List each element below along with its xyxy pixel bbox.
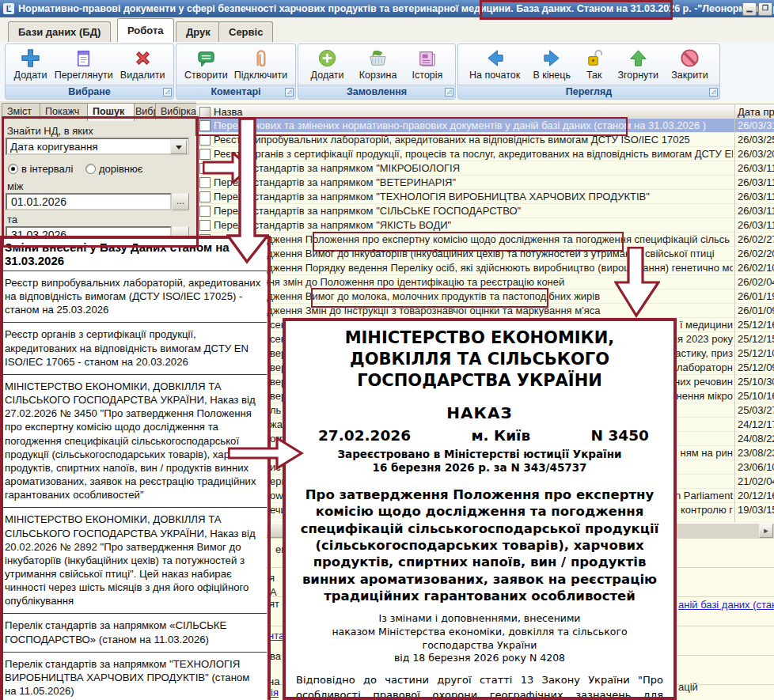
date-from-input[interactable]: 01.01.2026 — [6, 193, 172, 210]
row-title-fragment: них речовин — [674, 376, 733, 388]
radio-equals[interactable]: дорівнює — [85, 163, 142, 175]
basket-button[interactable]: Корзина — [356, 47, 400, 81]
search-criteria-value: Дата коригування — [10, 141, 98, 153]
view-favorite-button[interactable]: Переглянути — [51, 47, 116, 81]
row-title-fragment: ня 2023 року — [672, 333, 733, 345]
table-header[interactable]: Назва Дата при — [196, 104, 774, 120]
header-checkbox[interactable] — [199, 107, 211, 118]
preview-link-fragment[interactable]: ія — [271, 687, 279, 698]
table-row[interactable]: Перелік нових та змінених нормативно-пра… — [196, 119, 774, 133]
row-title: Перелік стандартів за напрямком "ЯКІСТЬ … — [214, 219, 733, 231]
list-item[interactable]: Реєстр органів з сертифікації продукції,… — [0, 323, 267, 374]
table-row[interactable]: Про внесення змін до Положення про ідент… — [196, 275, 774, 289]
radio-dot-icon — [8, 164, 18, 174]
create-comment-button[interactable]: Створити — [181, 47, 231, 81]
row-date: 26/03/11 — [738, 191, 774, 202]
row-title: Перелік стандартів за напрямком "ВЕТЕРИН… — [214, 176, 733, 188]
table-row[interactable]: Про затвердження Вимог до молока, молочн… — [196, 289, 774, 304]
minimize-button[interactable]: ▁ — [742, 2, 757, 16]
date-from-browse-button[interactable]: ... — [172, 193, 189, 210]
row-checkbox[interactable] — [199, 191, 211, 202]
scroll-right-icon[interactable]: ► — [759, 524, 773, 538]
menu-tab-databases[interactable]: Бази даних (БД) — [8, 21, 111, 42]
document-viewer[interactable]: МІНІСТЕРСТВО ЕКОНОМІКИ, ДОВКІЛЛЯ ТА СІЛЬ… — [283, 318, 677, 700]
table-row[interactable]: Перелік стандартів за напрямком "МІКРОБІ… — [196, 161, 774, 176]
row-checkbox[interactable] — [199, 220, 211, 231]
chevron-down-icon[interactable] — [170, 140, 187, 154]
document-registration: Зареєстровано в Міністерстві юстиції Укр… — [296, 448, 663, 475]
table-row[interactable]: Перелік стандартів за напрямком "СІЛЬСЬК… — [196, 204, 774, 218]
history-button[interactable]: Історія — [409, 47, 446, 81]
table-row[interactable]: Реєстр випробувальних лабораторій, акред… — [196, 133, 774, 147]
plus-icon — [20, 47, 41, 69]
sidebar-tab-search[interactable]: Пошук — [87, 103, 135, 121]
list-item[interactable]: Реєстр випробувальних лабораторій, акред… — [0, 271, 267, 323]
menu-tab-service[interactable]: Сервіс — [218, 21, 273, 42]
row-checkbox[interactable] — [199, 206, 211, 217]
table-row[interactable]: Перелік стандартів за напрямком "ЯКІСТЬ … — [196, 218, 774, 233]
table-row[interactable]: Перелік стандартів за напрямком "ВЕТЕРИН… — [196, 176, 774, 190]
preview-text-fragment: я — [269, 572, 275, 584]
delete-favorite-button[interactable]: Видалити — [117, 47, 169, 81]
row-date: 26/01/19 — [738, 290, 774, 302]
yes-button[interactable]: Так — [580, 47, 608, 81]
ribbon-group-title: Вибране — [6, 85, 173, 99]
row-checkbox[interactable] — [199, 134, 211, 146]
between-label: між — [7, 180, 24, 192]
row-date: 23/06/10 — [738, 461, 774, 473]
table-row[interactable]: Про затвердження Порядку ведення Перелік… — [196, 261, 774, 275]
red-x-icon — [132, 47, 154, 69]
sidebar-tab-contents[interactable]: Зміст — [2, 103, 44, 119]
table-row[interactable]: Реєстр органів з сертифікації продукції,… — [196, 147, 774, 161]
column-header-name[interactable]: Назва — [214, 106, 242, 118]
add-favorite-button[interactable]: Додати — [11, 47, 51, 81]
row-date: 19/03/15 — [738, 504, 774, 516]
ribbon-group-title: Замовлення — [298, 85, 455, 99]
row-title-fragment: ням на рин — [681, 447, 733, 459]
row-date: 26/03/11 — [738, 162, 774, 174]
table-row[interactable]: Про затвердження Вимог до інкубаторіїв (… — [196, 247, 774, 261]
list-item[interactable]: Перелік стандартів за напрямком "ТЕХНОЛО… — [0, 653, 267, 700]
add-order-button[interactable]: Додати — [308, 47, 347, 81]
list-item[interactable]: МІНІСТЕРСТВО ЕКОНОМІКИ, ДОВКІЛЛЯ ТА СІЛЬ… — [0, 508, 267, 614]
group-launcher-icon[interactable]: ◿ — [285, 88, 294, 96]
group-launcher-icon[interactable]: ◿ — [709, 88, 718, 96]
collapse-button[interactable]: Згорнути — [614, 47, 662, 81]
row-date: 26/02/20 — [738, 248, 774, 259]
row-date: 24/12/17 — [738, 418, 774, 430]
list-item[interactable]: Перелік стандартів за напрямком «СІЛЬСЬК… — [0, 614, 267, 652]
go-end-button[interactable]: В кінець — [529, 47, 574, 81]
changes-list: Реєстр випробувальних лабораторій, акред… — [0, 271, 267, 700]
row-date: 26/01/09 — [738, 305, 774, 316]
row-checkbox[interactable] — [199, 120, 211, 131]
group-launcher-icon[interactable]: ◿ — [445, 88, 453, 96]
list-item[interactable]: МІНІСТЕРСТВО ЕКОНОМІКИ, ДОВКІЛЛЯ ТА СІЛЬ… — [0, 375, 267, 508]
row-checkbox[interactable] — [199, 149, 211, 160]
document-city: м. Київ — [471, 427, 530, 444]
row-date: 26/03/11 — [738, 205, 774, 217]
row-title-fragment: нення мікро — [677, 390, 733, 402]
preview-link-fragment[interactable]: аній базі даних (стано — [678, 599, 774, 611]
menu-tab-print[interactable]: Друк — [176, 21, 221, 42]
row-checkbox[interactable] — [199, 177, 211, 188]
search-criteria-select[interactable]: Дата коригування — [6, 138, 189, 155]
column-divider — [734, 104, 735, 539]
table-row[interactable]: Перелік стандартів за напрямком "ТЕХНОЛО… — [196, 190, 774, 204]
table-row[interactable]: Про затвердження Змін до Інструкції з то… — [196, 304, 774, 318]
radio-in-interval[interactable]: в інтервалі — [8, 163, 73, 175]
document-date: 27.02.2026 — [318, 427, 411, 444]
menu-tab-work[interactable]: Робота — [117, 18, 174, 42]
go-start-button[interactable]: На початок — [466, 47, 523, 81]
row-checkbox[interactable] — [199, 163, 211, 174]
row-date: 25/10/30 — [738, 376, 774, 388]
row-date: 23/08/23 — [738, 447, 774, 459]
group-launcher-icon[interactable]: ◿ — [163, 88, 172, 96]
attach-comment-button[interactable]: Підключити — [231, 47, 290, 81]
column-header-date[interactable]: Дата при — [738, 106, 774, 118]
maximize-button[interactable]: ❐ — [758, 2, 772, 16]
table-row[interactable]: Про затвердження Положення про експертну… — [196, 233, 774, 247]
notepad-icon — [73, 47, 94, 69]
sidebar-tab-index[interactable]: Покажч — [40, 103, 92, 119]
close-button[interactable]: Закрити — [668, 47, 711, 81]
document-amendments-note: Із змінами і доповненнями, внесеними нак… — [296, 612, 663, 666]
